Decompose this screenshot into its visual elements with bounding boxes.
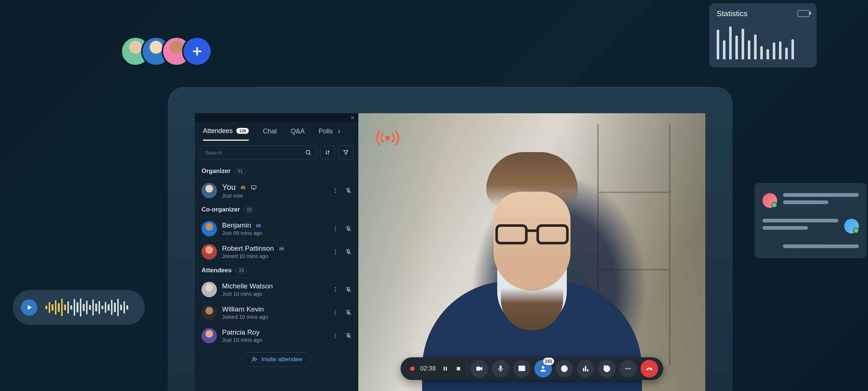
mic-muted-icon[interactable] (345, 248, 352, 255)
mic-muted-icon[interactable] (345, 187, 352, 194)
chat-message (762, 193, 859, 208)
svg-point-44 (629, 368, 631, 369)
pause-icon (442, 366, 448, 372)
stop-button[interactable] (455, 365, 462, 372)
tab-attendees[interactable]: Attendees 128 (203, 122, 249, 141)
svg-point-18 (335, 310, 336, 311)
tab-label: Attendees (203, 127, 233, 135)
svg-point-22 (335, 333, 336, 334)
section-title: Organizer (202, 167, 230, 175)
list-item[interactable]: Benjamin Just 05 mins ago (195, 217, 358, 240)
crown-icon (255, 222, 262, 229)
add-participant-button[interactable] (182, 36, 212, 66)
list-item[interactable]: Michelle Watson Just 10 mins ago (195, 278, 358, 301)
person-name: Benjamin (222, 221, 251, 229)
play-icon (26, 304, 33, 311)
avatar (202, 305, 217, 320)
people-count-badge: 241 (543, 358, 554, 365)
svg-point-14 (335, 287, 336, 288)
search-icon[interactable] (305, 149, 312, 156)
panel-tabs: Attendees 128 Chat Q&A Polls (195, 122, 358, 141)
tab-label: Q&A (291, 128, 304, 135)
battery-icon (798, 10, 809, 17)
svg-point-19 (335, 312, 336, 313)
svg-point-33 (542, 366, 544, 369)
camera-button[interactable] (470, 360, 488, 377)
section-count: 23 (236, 267, 247, 274)
reactions-button[interactable] (598, 360, 616, 377)
svg-point-11 (335, 251, 336, 252)
tab-label: Polls (318, 128, 333, 135)
more-icon (624, 365, 632, 373)
more-icon[interactable] (332, 248, 339, 255)
crown-icon (240, 184, 246, 191)
svg-rect-38 (587, 369, 588, 371)
more-icon[interactable] (332, 187, 339, 194)
tab-chat[interactable]: Chat (263, 122, 277, 141)
avatar (202, 244, 217, 259)
stop-icon (455, 366, 461, 372)
avatar (762, 193, 777, 208)
list-item[interactable]: Robert Pattinson Joined 10 mins ago (195, 240, 358, 263)
help-button[interactable] (555, 360, 573, 377)
play-button[interactable] (21, 299, 37, 316)
attendees-panel: Attendees 128 Chat Q&A Polls (195, 113, 358, 391)
list-item[interactable]: Patricia Roy Just 10 mins ago (195, 324, 358, 347)
mic-muted-icon[interactable] (345, 332, 352, 339)
help-icon (560, 365, 568, 373)
list-item-you[interactable]: You Just now (195, 178, 358, 202)
record-indicator-icon (410, 366, 414, 371)
svg-point-24 (335, 337, 336, 338)
svg-point-15 (335, 289, 336, 290)
svg-point-3 (335, 190, 336, 191)
audio-player (13, 290, 145, 325)
mic-button[interactable] (492, 360, 509, 377)
invite-icon (251, 356, 258, 363)
plus-icon (191, 45, 203, 58)
more-icon[interactable] (332, 225, 339, 232)
mic-muted-icon[interactable] (345, 309, 352, 316)
audio-waveform[interactable] (45, 298, 128, 317)
statistics-bars (717, 25, 809, 59)
svg-point-26 (253, 357, 255, 359)
poll-icon (581, 365, 590, 373)
avatar (202, 221, 217, 236)
mic-muted-icon[interactable] (345, 225, 352, 232)
filter-button[interactable] (339, 145, 353, 159)
search-input[interactable] (205, 150, 305, 156)
mic-muted-icon[interactable] (345, 286, 352, 293)
section-count: 01 (235, 168, 245, 174)
svg-point-7 (335, 228, 336, 229)
tab-qa[interactable]: Q&A (291, 122, 304, 141)
meeting-window: Attendees 128 Chat Q&A Polls (168, 87, 732, 391)
hangup-button[interactable] (640, 360, 658, 377)
svg-rect-29 (446, 367, 447, 371)
svg-point-2 (335, 188, 336, 189)
people-button[interactable]: 241 (534, 360, 552, 377)
list-item[interactable]: William Kevin Joined 10 mins ago (195, 301, 358, 324)
svg-point-35 (564, 370, 565, 371)
close-icon[interactable] (350, 115, 355, 120)
person-sub: Joined 10 mins ago (222, 253, 327, 259)
svg-rect-36 (583, 368, 584, 371)
svg-rect-31 (500, 366, 502, 369)
more-icon[interactable] (332, 332, 339, 339)
svg-point-43 (627, 368, 629, 369)
more-icon[interactable] (332, 286, 339, 293)
chevron-right-icon (336, 129, 341, 134)
svg-point-27 (385, 136, 390, 140)
share-screen-button[interactable] (513, 360, 531, 377)
pause-button[interactable] (442, 365, 449, 372)
poll-button[interactable] (577, 360, 594, 377)
svg-rect-37 (585, 366, 586, 372)
more-icon[interactable] (332, 309, 339, 316)
svg-point-0 (306, 150, 310, 154)
invite-attendee-button[interactable]: Invite attendee (243, 352, 311, 367)
more-options-button[interactable] (619, 360, 637, 377)
svg-point-10 (335, 249, 336, 250)
tab-polls[interactable]: Polls (318, 122, 341, 141)
svg-point-20 (335, 314, 336, 315)
person-name: You (222, 182, 236, 192)
sort-button[interactable] (320, 145, 335, 159)
svg-point-8 (335, 230, 336, 231)
